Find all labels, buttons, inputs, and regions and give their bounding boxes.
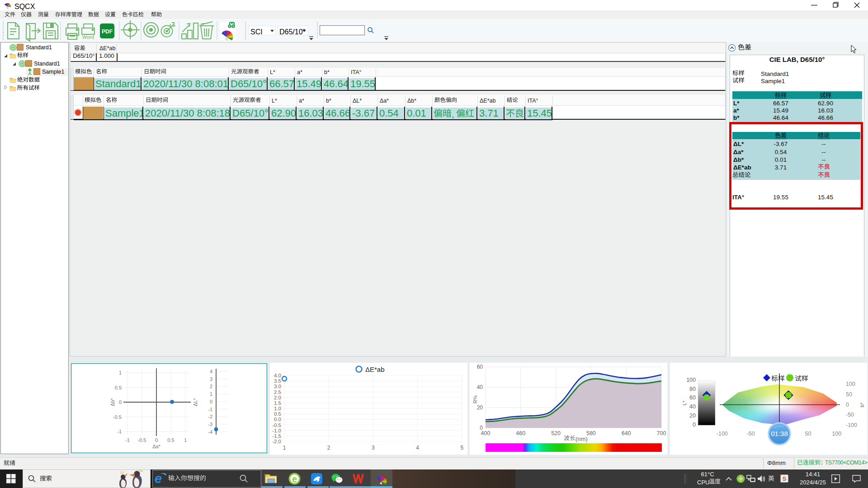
svg-text:0: 0 (693, 422, 696, 428)
svg-text:700: 700 (657, 430, 666, 436)
svg-text:Δb*: Δb* (110, 398, 115, 406)
svg-text:-2.0: -2.0 (272, 439, 281, 444)
svg-text:Word: Word (82, 34, 94, 40)
svg-text:-4: -4 (208, 429, 212, 435)
svg-text:b*: b* (859, 402, 865, 407)
svg-text:-0.5: -0.5 (272, 422, 281, 428)
svg-text:Δa*: Δa* (152, 444, 160, 449)
svg-text:4: 4 (416, 445, 419, 451)
svg-text:0.5: 0.5 (274, 411, 281, 417)
svg-text:3.0: 3.0 (274, 384, 281, 389)
svg-text:S: S (783, 475, 787, 482)
svg-text:60: 60 (477, 364, 483, 370)
svg-text:-1.0: -1.0 (272, 428, 281, 433)
svg-text:-1: -1 (208, 407, 212, 412)
svg-text:0: 0 (210, 399, 212, 404)
svg-text:PDF: PDF (102, 28, 113, 35)
svg-text:-100: -100 (846, 422, 857, 428)
svg-text:50: 50 (846, 391, 852, 398)
svg-text:100: 100 (832, 431, 841, 437)
svg-text:0: 0 (155, 437, 158, 443)
svg-text:R%: R% (472, 395, 478, 404)
svg-text:-0.5: -0.5 (138, 437, 146, 443)
svg-text:520: 520 (551, 430, 561, 436)
svg-text:-2: -2 (208, 414, 212, 419)
svg-text:4.0: 4.0 (274, 373, 281, 378)
svg-text:-1: -1 (117, 429, 122, 434)
svg-text:0.0: 0.0 (274, 417, 281, 422)
svg-text:460: 460 (516, 430, 525, 436)
svg-text:1: 1 (119, 370, 122, 375)
svg-text:4: 4 (210, 369, 212, 374)
svg-text:0.5: 0.5 (115, 385, 122, 390)
svg-text:40: 40 (689, 404, 696, 410)
svg-text:3: 3 (372, 445, 375, 451)
svg-text:1: 1 (184, 437, 187, 443)
svg-text:-1.5: -1.5 (272, 433, 281, 439)
svg-text:100: 100 (686, 377, 696, 383)
svg-text:2.5: 2.5 (274, 389, 281, 395)
svg-text:580: 580 (586, 430, 596, 436)
svg-text:-0.5: -0.5 (113, 414, 122, 420)
svg-text:L*: L* (682, 400, 687, 405)
svg-text:1.5: 1.5 (274, 400, 281, 406)
svg-text:-50: -50 (846, 412, 854, 418)
svg-text:ΔE*ab: ΔE*ab (365, 366, 385, 373)
svg-text:640: 640 (622, 430, 631, 436)
svg-text:0.5: 0.5 (167, 437, 174, 443)
svg-text:20: 20 (689, 413, 696, 419)
svg-text:2: 2 (327, 445, 330, 451)
svg-text:400: 400 (481, 430, 491, 436)
svg-text:01:38: 01:38 (771, 430, 788, 437)
svg-text:80: 80 (689, 386, 696, 392)
svg-text:1.0: 1.0 (274, 406, 281, 411)
svg-text:3.5: 3.5 (274, 378, 281, 384)
svg-text:-3: -3 (208, 422, 212, 427)
svg-text:-1: -1 (125, 437, 130, 443)
svg-text:5: 5 (460, 445, 463, 451)
svg-text:60: 60 (689, 394, 696, 401)
svg-text:20: 20 (477, 404, 483, 411)
svg-text:0: 0 (846, 402, 849, 408)
svg-text:1: 1 (210, 391, 212, 397)
svg-text:3: 3 (210, 376, 212, 382)
svg-text:e: e (292, 474, 297, 484)
svg-text:2: 2 (210, 384, 212, 389)
svg-text:0: 0 (119, 399, 122, 405)
svg-text:50: 50 (805, 431, 811, 437)
svg-text:100: 100 (846, 381, 855, 387)
svg-text:ΔL*: ΔL* (193, 398, 198, 406)
svg-text:2.0: 2.0 (274, 395, 281, 400)
svg-text:40: 40 (477, 384, 483, 390)
svg-text:-100: -100 (717, 431, 728, 437)
svg-text:1: 1 (283, 445, 286, 451)
svg-text:-50: -50 (747, 431, 755, 437)
